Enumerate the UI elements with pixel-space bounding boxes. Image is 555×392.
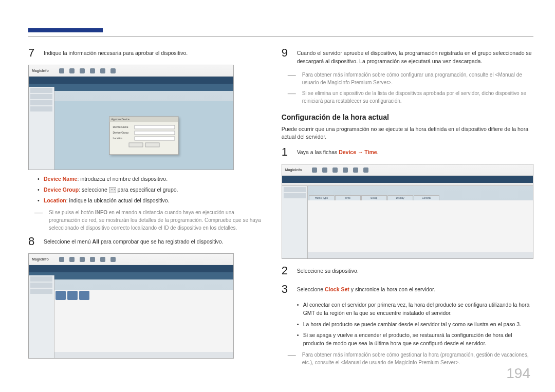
- step-number: 3: [282, 283, 291, 296]
- ellipsis-icon: [109, 187, 116, 193]
- screenshot-all-menu: MagicInfo: [28, 253, 234, 359]
- sidebar-item: [30, 100, 52, 105]
- ok-button: [128, 142, 143, 147]
- sidebar-item: [284, 193, 306, 198]
- step-text: Indique la información necesaria para ap…: [44, 46, 188, 60]
- step-number: 7: [28, 46, 38, 60]
- time-sub-bullets: Al conectar con el servidor por primera …: [297, 301, 533, 348]
- content-columns: 7 Indique la información necesaria para …: [28, 46, 533, 377]
- step3-pre: Seleccione: [297, 286, 325, 292]
- note-text: Para obtener más información sobre cómo …: [302, 71, 533, 86]
- scr-footer: [308, 252, 533, 258]
- note-text: Si se elimina un dispositivo de la lista…: [302, 89, 533, 105]
- step3-post: y sincronice la hora con el servidor.: [349, 286, 435, 292]
- sidebar-item: [30, 276, 52, 282]
- bullet-device-name: Device Name: introduzca el nombre del di…: [38, 175, 261, 183]
- section-intro: Puede ocurrir que una programación no se…: [282, 125, 533, 142]
- scr-toolbar: [55, 291, 89, 301]
- dialog-label: Device Name: [113, 125, 133, 129]
- scr-nav-icons: [312, 167, 368, 173]
- step-text: Cuando el servidor apruebe el dispositiv…: [297, 46, 533, 66]
- note-text: Para obtener más información sobre cómo …: [302, 351, 533, 366]
- scr-header: MagicInfo: [29, 65, 233, 87]
- nav-icon: [363, 167, 368, 173]
- sidebar-item: [30, 94, 52, 99]
- sidebar-item: [30, 88, 52, 93]
- nav-icon: [90, 257, 95, 262]
- tool-icon: [79, 291, 89, 300]
- step-7: 7 Indique la información necesaria para …: [28, 46, 261, 60]
- scr-sidebar: [29, 275, 54, 358]
- field-label: Location: [44, 197, 66, 203]
- field-label: Device Group: [44, 186, 79, 193]
- sub-bullet: Al conectar con el servidor por primera …: [297, 301, 533, 318]
- nav-icon: [312, 167, 317, 173]
- note-dash-icon: ―: [288, 89, 302, 105]
- field-text: : introduzca el nombre del dispositivo.: [77, 176, 168, 182]
- step8-post: para comprobar que se ha registrado el d…: [99, 238, 224, 245]
- field-text: : indique la ubicación actual del dispos…: [66, 197, 170, 203]
- field-text-post: para especificar el grupo.: [116, 186, 178, 193]
- sidebar-item: [30, 289, 52, 294]
- scr-header-row: MagicInfo: [29, 254, 233, 265]
- scr-tab-bar: [29, 77, 233, 84]
- arrow-icon: →: [356, 149, 364, 155]
- tool-icon: [55, 291, 66, 300]
- dialog-row: Device Group: [113, 130, 175, 135]
- nav-icon: [80, 68, 85, 73]
- scr-nav-icons: [59, 257, 116, 262]
- header-accent: [28, 28, 103, 32]
- step-text: Seleccione Clock Set y sincronice la hor…: [297, 283, 435, 296]
- bullet-device-group: Device Group: seleccione para especifica…: [38, 186, 261, 194]
- scr-header: MagicInfo: [282, 164, 533, 186]
- nav-icon: [332, 167, 338, 173]
- scr-sidebar: [282, 186, 308, 258]
- step3-bold: Clock Set: [325, 286, 349, 292]
- scr-sub-bar: [29, 84, 233, 91]
- step-9: 9 Cuando el servidor apruebe el disposit…: [282, 46, 533, 66]
- step-text: Seleccione su dispositivo.: [297, 264, 359, 277]
- nav-icon: [69, 257, 75, 262]
- note-info-button: ― Si se pulsa el botón INFO en el mando …: [34, 209, 261, 232]
- dialog-buttons: [113, 142, 175, 147]
- dialog-label: Location: [113, 136, 133, 140]
- step-3-time: 3 Seleccione Clock Set y sincronice la h…: [282, 283, 533, 296]
- dialog-input: [135, 130, 175, 135]
- step1-time: Time: [364, 149, 377, 155]
- step-number: 2: [282, 264, 291, 277]
- scr-header-row: MagicInfo: [282, 164, 533, 176]
- note-schedule-info: ― Para obtener más información sobre cóm…: [288, 71, 533, 86]
- nav-icon: [110, 68, 116, 73]
- dialog-input: [135, 136, 175, 140]
- scr-header: MagicInfo: [29, 254, 233, 275]
- step1-post: .: [377, 149, 379, 155]
- section-heading: Configuración de la hora actual: [282, 113, 533, 121]
- info-label: INFO: [95, 210, 107, 215]
- nav-icon: [59, 257, 64, 262]
- nav-icon: [353, 167, 358, 173]
- dialog-body: Device Name Device Group Location: [110, 122, 178, 150]
- field-text-pre: : seleccione: [79, 186, 108, 193]
- dialog-row: Location: [113, 136, 175, 140]
- sidebar-item: [30, 283, 52, 288]
- field-label: Device Name: [44, 176, 77, 182]
- scr-main: Approve Device Device Name Device Group …: [54, 101, 233, 170]
- page-number: 194: [506, 365, 530, 382]
- left-column: 7 Indique la información necesaria para …: [28, 46, 261, 377]
- nav-icon: [80, 257, 85, 262]
- cancel-button: [145, 142, 159, 147]
- dialog-label: Device Group: [113, 130, 133, 135]
- sidebar-item: [30, 106, 52, 111]
- step-number: 9: [282, 46, 291, 66]
- scr-main: [308, 200, 533, 258]
- sub-bullet: La hora del producto se puede cambiar de…: [297, 321, 533, 329]
- step-number: 8: [28, 235, 38, 248]
- step8-bold: All: [92, 238, 99, 245]
- sub-bullet: Si se apaga y vuelve a encender el produ…: [297, 331, 533, 348]
- screenshot-approve-device: MagicInfo: [28, 65, 234, 170]
- step8-pre: Seleccione el menú: [44, 238, 92, 245]
- tool-icon: [67, 291, 78, 300]
- bullet-location: Location: indique la ubicación actual de…: [38, 197, 261, 205]
- note-time-management: ― Para obtener más información sobre cóm…: [288, 351, 533, 366]
- note-dash-icon: ―: [288, 71, 302, 86]
